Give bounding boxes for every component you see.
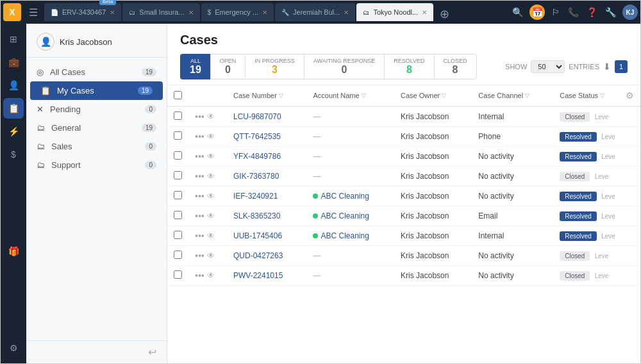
select-all-checkbox[interactable]	[174, 91, 182, 99]
case-number-cell: IEF-3240921	[227, 186, 306, 206]
nav-gift[interactable]: 🎁	[3, 241, 24, 261]
nav-person[interactable]: 👤	[3, 75, 24, 95]
sidebar-item-general[interactable]: 🗂 General 19	[26, 119, 167, 137]
row-dot-menu[interactable]: •••	[195, 171, 204, 181]
case-channel-header[interactable]: Case Channel▽	[472, 85, 553, 106]
tab-small-close[interactable]: ✕	[188, 9, 194, 16]
row-checkbox[interactable]	[174, 191, 182, 199]
search-button[interactable]: 🔍	[511, 6, 524, 19]
case-status-cell: Resolved Leve	[553, 226, 640, 246]
case-number-value[interactable]: QUD-0427263	[233, 251, 283, 260]
sidebar-item-sales[interactable]: 🗂 Sales 0	[26, 137, 167, 156]
row-view-icon[interactable]: 👁	[207, 251, 215, 260]
user-avatar-button[interactable]: KJ	[622, 4, 638, 20]
case-status-cell: Resolved Leve	[553, 206, 640, 226]
row-dot-menu[interactable]: •••	[195, 151, 204, 161]
row-checkbox[interactable]	[174, 151, 182, 160]
case-number-value[interactable]: PWV-2241015	[233, 271, 283, 280]
all-cases-label: All Cases	[50, 67, 135, 77]
case-number-value[interactable]: LCU-9687070	[233, 112, 281, 121]
filter-tab-all[interactable]: ALL 19	[180, 54, 210, 79]
case-number-value[interactable]: UUB-1745406	[233, 231, 282, 240]
nav-briefcase[interactable]: 💼	[3, 52, 24, 72]
sidebar-item-pending[interactable]: ✕ Pending 0	[26, 100, 167, 119]
row-dot-menu[interactable]: •••	[195, 211, 204, 221]
row-checkbox[interactable]	[174, 270, 182, 279]
row-view-icon[interactable]: 👁	[207, 152, 215, 161]
row-checkbox[interactable]	[174, 251, 182, 259]
case-status-header[interactable]: Case Status▽⚙	[553, 85, 640, 106]
case-number-value[interactable]: GIK-7363780	[233, 172, 279, 181]
nav-filter[interactable]: ⚡	[3, 121, 24, 142]
row-checkbox[interactable]	[174, 171, 182, 179]
filter-tab-open[interactable]: OPEN 0	[210, 54, 246, 79]
row-view-icon[interactable]: 👁	[207, 172, 215, 181]
case-number-value[interactable]: IEF-3240921	[233, 192, 278, 201]
tab-tokyo-close[interactable]: ✕	[422, 9, 427, 16]
tab-small[interactable]: 🗂Small Insura...✕	[122, 3, 199, 21]
sidebar-item-all-cases[interactable]: ◎ All Cases 19	[26, 63, 167, 81]
show-select[interactable]: 50 25 100	[531, 60, 565, 73]
tab-erv-close[interactable]: ✕	[110, 9, 115, 16]
settings-button[interactable]: 🔧	[604, 6, 617, 19]
hamburger-button[interactable]: ☰	[25, 4, 42, 21]
download-button[interactable]: ⬇	[603, 62, 611, 72]
filter-tabs: ALL 19 OPEN 0 IN PROGRESS 3 AWAITING R	[180, 54, 477, 79]
row-dot-menu[interactable]: •••	[195, 131, 204, 142]
tab-emergency-icon: $	[208, 9, 212, 16]
row-view-icon[interactable]: 👁	[207, 271, 215, 280]
case-number-value[interactable]: YFX-4849786	[233, 152, 281, 161]
tab-jeremiah[interactable]: 🔧Jeremiah Bul...✕	[275, 3, 355, 21]
case-number-value[interactable]: SLK-8365230	[233, 211, 280, 220]
account-name-header[interactable]: Account Name▽	[306, 85, 394, 106]
row-view-icon[interactable]: 👁	[207, 211, 215, 220]
app-logo[interactable]: X	[3, 3, 21, 21]
flag-button[interactable]: 🏳	[550, 6, 562, 19]
table-settings-icon[interactable]: ⚙	[626, 90, 634, 101]
tab-tokyo[interactable]: 🗂Tokyo Noodl...✕	[356, 3, 433, 21]
row-view-icon[interactable]: 👁	[207, 132, 215, 141]
tab-erv[interactable]: 📄ERV-3430467✕	[44, 3, 121, 21]
columns-button[interactable]: 1	[615, 60, 628, 73]
case-number-header[interactable]: Case Number▽	[227, 85, 306, 106]
sidebar-expand-button[interactable]: ↩	[148, 346, 156, 358]
filter-tab-resolved[interactable]: RESOLVED 8	[384, 54, 433, 79]
tab-emergency-close[interactable]: ✕	[262, 9, 267, 16]
page-title: Cases	[180, 33, 628, 47]
row-view-icon[interactable]: 👁	[207, 112, 215, 121]
filter-tab-in-progress[interactable]: IN PROGRESS 3	[245, 54, 304, 79]
nav-dollar[interactable]: $	[3, 144, 24, 165]
row-dot-menu[interactable]: •••	[195, 191, 204, 201]
nav-document[interactable]: 📋	[3, 98, 24, 119]
row-view-icon[interactable]: 👁	[207, 231, 215, 240]
sidebar-item-my-cases[interactable]: 📋 My Cases 19	[30, 81, 163, 100]
case-channel-cell: No activity	[472, 186, 553, 206]
row-dot-menu[interactable]: •••	[195, 231, 204, 241]
account-name-dash: —	[313, 172, 320, 181]
case-channel-cell: No activity	[472, 246, 553, 266]
row-checkbox-cell	[167, 167, 188, 186]
help-button[interactable]: ❓	[585, 6, 599, 19]
tab-jeremiah-close[interactable]: ✕	[344, 9, 349, 16]
filter-tab-awaiting[interactable]: AWAITING RESPONSE 0	[304, 54, 384, 79]
case-number-cell: GIK-7363780	[227, 167, 306, 186]
phone-button[interactable]: 📞	[567, 6, 580, 19]
nav-settings-bottom[interactable]: ⚙	[3, 338, 24, 358]
row-dot-menu[interactable]: •••	[195, 112, 204, 122]
row-checkbox[interactable]	[174, 211, 182, 219]
row-checkbox[interactable]	[174, 231, 182, 239]
row-checkbox[interactable]	[174, 112, 182, 120]
add-tab-button[interactable]: ⊕	[435, 7, 454, 21]
calendar-button[interactable]: 📅	[529, 4, 545, 20]
sidebar-item-support[interactable]: 🗂 Support 0	[26, 156, 167, 174]
tab-emergency[interactable]: $Emergency ...✕	[201, 3, 274, 21]
case-number-value[interactable]: QTT-7642535	[233, 132, 281, 141]
tab-small-icon: 🗂	[129, 9, 135, 16]
nav-grid[interactable]: ⊞	[3, 29, 24, 49]
case-owner-header[interactable]: Case Owner▽	[394, 85, 472, 106]
row-dot-menu[interactable]: •••	[195, 251, 204, 261]
row-view-icon[interactable]: 👁	[207, 192, 215, 201]
row-dot-menu[interactable]: •••	[195, 270, 204, 281]
filter-tab-closed[interactable]: CLOSED 8	[434, 54, 477, 79]
row-checkbox[interactable]	[174, 131, 182, 140]
